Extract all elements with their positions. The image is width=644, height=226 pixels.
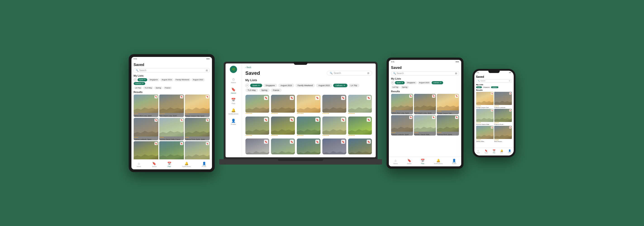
table-row[interactable]: 🔖 ★★★★ Llafranc Blue Loop, Spain [391, 94, 413, 114]
laptop-search-bar[interactable]: 🔍 Search ⊟ [327, 71, 372, 75]
table-row[interactable]: 🔖 ★★★★ Summer Glacier Walk, France [159, 118, 184, 140]
bookmark-icon[interactable]: 🔖 [154, 142, 158, 145]
bookmark-icon[interactable]: 🔖 [206, 119, 209, 122]
list-item[interactable]: 🔖 ★★★★★ Summer Glacier Walk [348, 95, 372, 115]
bookmark-icon[interactable]: 🔖 [432, 94, 435, 98]
chip-tlsmay[interactable]: TLS May [246, 88, 258, 92]
bookmark-icon[interactable]: 🔖 [432, 116, 435, 119]
bookmark-icon[interactable]: 🔖 [367, 140, 371, 144]
chip-family[interactable]: Family Weekend [296, 84, 315, 87]
bookmark-icon[interactable]: 🔖 [455, 94, 458, 98]
nav-profile[interactable]: 👤 Profile [508, 149, 511, 153]
table-row[interactable]: 🔖 ★★★★ Ordessa Picnic Spots... [437, 115, 459, 136]
list-item[interactable]: 🔖 ★★★★★ Canary Beach Walk, Spain [322, 117, 346, 137]
table-row[interactable]: 🔖 ★★★★ Ordessa Lookouts, Spain [391, 115, 413, 136]
list-item[interactable]: 🔖 ★★★★ Red Canyon... [494, 126, 512, 142]
list-item[interactable]: 🔖 [271, 139, 295, 154]
list-item[interactable]: 🔖 ★★★★★ Ordessa Picnic Spots, Spain [246, 117, 270, 137]
list-item[interactable]: 🔖 [246, 139, 270, 154]
tablet-search-bar[interactable]: 🔍 Search ⊟ [134, 68, 210, 73]
list-item[interactable]: 🔖 ★★★★ Ordessa Lookouts... [494, 92, 512, 108]
laptop-nav-profile[interactable]: 👤 Profile [226, 117, 242, 127]
bookmark-icon[interactable]: 🔖 [491, 126, 493, 129]
chip-spain[interactable]: Spain ✕ [250, 84, 262, 87]
add-list-button[interactable]: + [246, 84, 249, 87]
chip-august2023[interactable]: August 2023 [418, 81, 431, 84]
chip-spain[interactable]: Spain ✕ [138, 78, 148, 81]
list-item[interactable]: 🔖 ★★★★ Orange Canyon Trail... [476, 92, 494, 108]
list-item[interactable]: 🔖 [322, 139, 346, 154]
add-list-button[interactable]: + [134, 78, 137, 81]
chip-singapore[interactable]: Singapore [482, 86, 491, 88]
list-item[interactable]: 🔖 [348, 139, 372, 154]
chip-august2023[interactable]: August 2023 [278, 84, 294, 87]
laptop-nav-plan[interactable]: 📅 Plan [226, 96, 242, 106]
phone-search-bar[interactable]: 🔍 Search ⊟ [476, 79, 512, 82]
list-item[interactable]: 🔖 ★★★★ Ordessa Picnic... [494, 109, 512, 125]
list-item[interactable]: 🔖 ★★★★★ Green Mountain Trek, France [348, 117, 372, 137]
table-row[interactable]: 🔖 ★★★★ Summer Glacier Walk... [414, 115, 436, 136]
bookmark-icon[interactable]: 🔖 [341, 96, 345, 100]
chip-august2022[interactable]: August 2022 [316, 84, 332, 87]
chip-latrip[interactable]: LA Trip [134, 86, 142, 89]
table-row[interactable]: 🔖 ★★★★ Llafranc Blue Loop, Spain [134, 94, 158, 117]
bookmark-icon[interactable]: 🔖 [315, 140, 320, 144]
bookmark-icon[interactable]: 🔖 [206, 142, 209, 145]
chip-latrip[interactable]: LA Trip [348, 84, 360, 87]
nav-profile[interactable]: 👤 Profile [202, 162, 206, 167]
bookmark-icon[interactable]: 🔖 [509, 109, 512, 111]
filter-icon[interactable]: ⊟ [455, 72, 457, 75]
filter-icon[interactable]: ⊟ [509, 80, 510, 82]
chip-singapore[interactable]: Singapore [148, 78, 159, 81]
bookmark-icon[interactable]: 🔖 [455, 116, 458, 119]
table-row[interactable]: 🔖 ★★★★★ Canary Beach Walk, Spain [185, 141, 210, 159]
nav-plan[interactable]: 📅 Plan [421, 159, 424, 164]
chip-august2023[interactable]: August 2023 [160, 78, 174, 81]
bookmark-icon[interactable]: 🔖 [290, 118, 294, 122]
list-item[interactable]: 🔖 ★★★★★ Ordessa Lookouts [322, 95, 346, 115]
chip-llafranc[interactable]: Llafranc ✕ [134, 82, 146, 85]
nav-saved[interactable]: 🔖 Saved [152, 162, 156, 167]
table-row[interactable]: 🔖 ★★★★ Ordessa Lookouts, Spain [134, 118, 158, 140]
bookmark-icon[interactable]: 🔖 [315, 118, 320, 122]
tablet2-search-bar[interactable]: 🔍 Search ⊟ [391, 71, 459, 75]
bookmark-icon[interactable]: 🔖 [180, 119, 183, 122]
list-item[interactable]: 🔖 ★★★★★ Hidden Hobbit Trail, Spain [271, 117, 295, 137]
chip-tlsmay[interactable]: TLS May [143, 86, 153, 89]
list-item[interactable]: 🔖 [297, 139, 321, 154]
table-row[interactable]: 🔖 ★★★★★ Red Canyon Loop, Spain [414, 94, 436, 114]
chip-singapore[interactable]: Singapore [405, 81, 417, 84]
bookmark-icon[interactable]: 🔖 [180, 142, 183, 145]
table-row[interactable]: 🔖 ★★★★ Hidden Hobbit Trail, Spain [134, 141, 158, 159]
nav-profile[interactable]: 👤 Profile [452, 159, 456, 164]
nav-plan[interactable]: 📅 Plan [493, 149, 496, 153]
bookmark-icon[interactable]: 🔖 [290, 96, 294, 100]
bookmark-icon[interactable]: 🔖 [264, 96, 268, 100]
bookmark-icon[interactable]: 🔖 [341, 118, 345, 122]
chip-singapore[interactable]: Singapore [263, 84, 277, 87]
chip-llafranc[interactable]: Llafranc ✕ [333, 84, 348, 87]
chip-france[interactable]: France [163, 86, 172, 89]
chip-spring[interactable]: Spring [400, 86, 409, 89]
list-item[interactable]: 🔖 ★★★★ Llafranc Blue... [476, 126, 494, 142]
chip-latrip[interactable]: LA Trip [391, 86, 400, 89]
chip-spain[interactable]: Spain [476, 86, 482, 88]
bookmark-icon[interactable]: 🔖 [180, 95, 183, 98]
bookmark-icon[interactable]: 🔖 [367, 96, 371, 100]
table-row[interactable]: 🔖 ★★★★ Orange Canyon Trail, Spain [185, 94, 210, 117]
nav-notifications[interactable]: 🔔 Notifications [182, 162, 191, 167]
nav-notifications[interactable]: 🔔 Notifications [434, 159, 443, 164]
nav-home[interactable]: ⌂ Home [393, 159, 398, 164]
bookmark-icon[interactable]: 🔖 [315, 96, 320, 100]
bookmark-icon[interactable]: 🔖 [264, 140, 268, 144]
nav-home[interactable]: ⌂ Home [476, 149, 480, 153]
back-button[interactable]: ‹ Back [246, 66, 372, 68]
table-row[interactable]: 🔖 ★★★★ Orange Canyon Trail... [437, 94, 459, 114]
bookmark-icon[interactable]: 🔖 [341, 140, 345, 144]
nav-saved[interactable]: 🔖 Saved [484, 149, 488, 153]
list-item[interactable]: 🔖 ★★★★★ Red Canyon Loop [271, 95, 295, 115]
bookmark-icon[interactable]: 🔖 [409, 94, 412, 98]
list-item[interactable]: 🔖 ★★★★ Summer Glacier Walk... [476, 109, 494, 125]
bookmark-icon[interactable]: 🔖 [264, 118, 268, 122]
nav-saved[interactable]: 🔖 Saved [407, 159, 412, 164]
